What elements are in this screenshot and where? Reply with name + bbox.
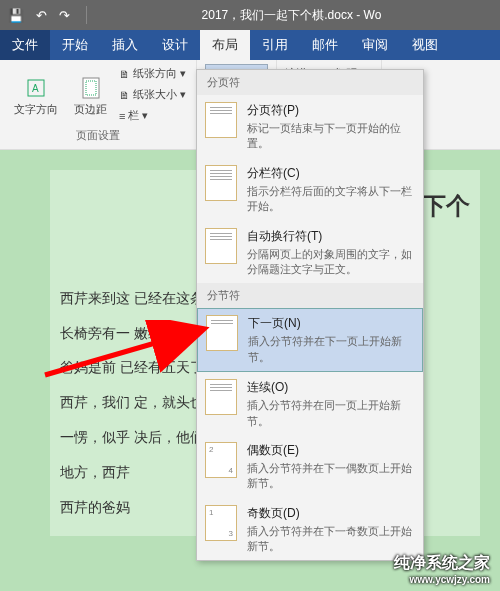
menu-item-column-break[interactable]: 分栏符(C)指示分栏符后面的文字将从下一栏开始。 <box>197 158 423 221</box>
size-icon: 🗎 <box>119 89 130 101</box>
page-setup-label: 页面设置 <box>8 128 188 145</box>
chevron-down-icon: ▾ <box>142 109 148 122</box>
save-icon[interactable]: 💾 <box>8 8 24 23</box>
ribbon-group-page-setup: A 文字方向 页边距 🗎 纸张方向 ▾ 🗎 纸张大小 ▾ <box>0 60 197 149</box>
text-wrapping-icon <box>205 228 237 264</box>
tab-layout[interactable]: 布局 <box>200 30 250 60</box>
margins-icon <box>79 76 103 100</box>
odd-page-icon: 13 <box>205 505 237 541</box>
columns-icon: ≡ <box>119 110 125 122</box>
menu-item-text-wrapping[interactable]: 自动换行符(T)分隔网页上的对象周围的文字，如分隔题注文字与正文。 <box>197 221 423 284</box>
ribbon-tabs: 文件 开始 插入 设计 布局 引用 邮件 审阅 视图 <box>0 30 500 60</box>
tab-view[interactable]: 视图 <box>400 30 450 60</box>
menu-item-continuous[interactable]: 连续(O)插入分节符并在同一页上开始新节。 <box>197 372 423 435</box>
menu-item-next-page[interactable]: 下一页(N)插入分节符并在下一页上开始新节。 <box>197 308 423 372</box>
page-break-icon <box>205 102 237 138</box>
watermark: 纯净系统之家 www.ycwjzy.com <box>394 553 490 585</box>
dropdown-section-page-breaks: 分页符 <box>197 70 423 95</box>
titlebar: 💾 ↶ ↷ 2017，我们一起下个棋.docx - Wo <box>0 0 500 30</box>
tab-insert[interactable]: 插入 <box>100 30 150 60</box>
chevron-down-icon: ▾ <box>180 67 186 80</box>
orientation-icon: 🗎 <box>119 68 130 80</box>
tab-design[interactable]: 设计 <box>150 30 200 60</box>
svg-text:A: A <box>32 83 39 94</box>
menu-item-odd-page[interactable]: 13 奇数页(D)插入分节符并在下一奇数页上开始新节。 <box>197 498 423 561</box>
orientation-button[interactable]: 🗎 纸张方向 ▾ <box>117 64 188 83</box>
columns-button[interactable]: ≡ 栏 ▾ <box>117 106 188 125</box>
menu-item-even-page[interactable]: 24 偶数页(E)插入分节符并在下一偶数页上开始新节。 <box>197 435 423 498</box>
text-direction-icon: A <box>24 76 48 100</box>
tab-file[interactable]: 文件 <box>0 30 50 60</box>
dropdown-section-section-breaks: 分节符 <box>197 283 423 308</box>
window-title: 2017，我们一起下个棋.docx - Wo <box>91 7 492 24</box>
size-button[interactable]: 🗎 纸张大小 ▾ <box>117 85 188 104</box>
chevron-down-icon: ▾ <box>180 88 186 101</box>
column-break-icon <box>205 165 237 201</box>
continuous-icon <box>205 379 237 415</box>
tab-mailings[interactable]: 邮件 <box>300 30 350 60</box>
menu-item-page-break[interactable]: 分页符(P)标记一页结束与下一页开始的位置。 <box>197 95 423 158</box>
redo-icon[interactable]: ↷ <box>59 8 70 23</box>
next-page-icon <box>206 315 238 351</box>
margins-button[interactable]: 页边距 <box>68 64 113 128</box>
text-direction-button[interactable]: A 文字方向 <box>8 64 64 128</box>
tab-references[interactable]: 引用 <box>250 30 300 60</box>
tab-review[interactable]: 审阅 <box>350 30 400 60</box>
undo-icon[interactable]: ↶ <box>36 8 47 23</box>
even-page-icon: 24 <box>205 442 237 478</box>
quick-access-toolbar: 💾 ↶ ↷ <box>8 6 91 24</box>
tab-home[interactable]: 开始 <box>50 30 100 60</box>
breaks-dropdown-menu: 分页符 分页符(P)标记一页结束与下一页开始的位置。 分栏符(C)指示分栏符后面… <box>196 69 424 561</box>
